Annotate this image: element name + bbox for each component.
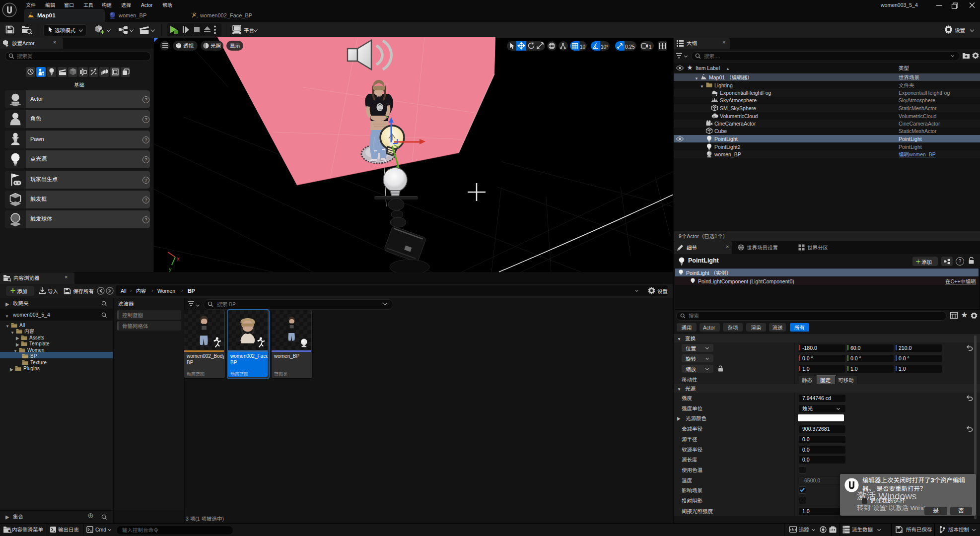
svg-text:y: y [169,266,172,272]
svg-text:x: x [177,256,180,262]
